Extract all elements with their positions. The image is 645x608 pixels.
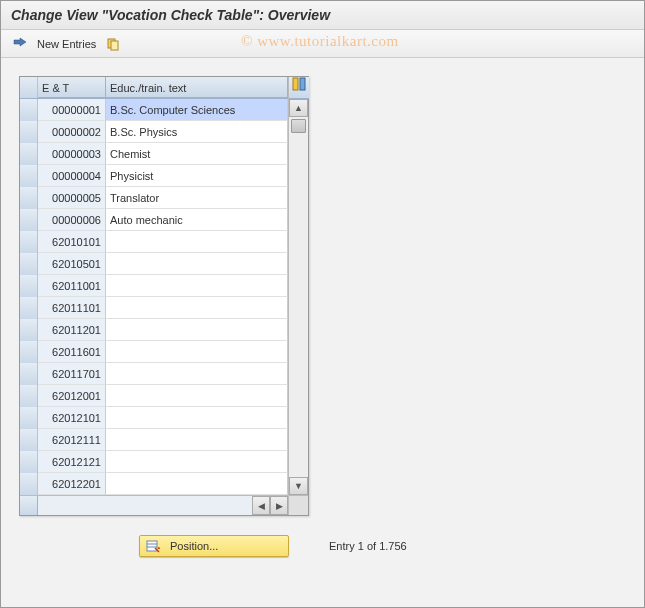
copy-icon[interactable] [104, 35, 122, 53]
row-selector[interactable] [20, 319, 38, 341]
cell-text[interactable]: Auto mechanic [106, 209, 288, 231]
new-entries-button[interactable]: New Entries [37, 38, 96, 50]
scroll-left-icon[interactable]: ◀ [252, 496, 270, 515]
cell-key[interactable]: 62012001 [38, 385, 106, 407]
cell-text[interactable] [106, 253, 288, 275]
row-selector[interactable] [20, 407, 38, 429]
table-row: 62010501 [20, 253, 288, 275]
main-content: E & TEduc./train. text00000001B.Sc. Comp… [1, 58, 644, 567]
row-selector[interactable] [20, 231, 38, 253]
table-row: 62012001 [20, 385, 288, 407]
toolbar: New Entries [1, 30, 644, 58]
cell-key[interactable]: 62011001 [38, 275, 106, 297]
cell-key[interactable]: 62011101 [38, 297, 106, 319]
cell-key[interactable]: 00000006 [38, 209, 106, 231]
cell-text[interactable] [106, 451, 288, 473]
table-row: 00000005Translator [20, 187, 288, 209]
cell-key[interactable]: 00000005 [38, 187, 106, 209]
entry-counter: Entry 1 of 1.756 [329, 540, 407, 552]
cell-key[interactable]: 62010101 [38, 231, 106, 253]
horizontal-scrollbar[interactable]: ◀ ▶ [20, 495, 308, 515]
cell-text[interactable] [106, 231, 288, 253]
row-selector[interactable] [20, 253, 38, 275]
configure-columns-icon[interactable] [289, 77, 309, 99]
cell-text[interactable] [106, 363, 288, 385]
table-row: 62011201 [20, 319, 288, 341]
footer: Position... Entry 1 of 1.756 [139, 535, 634, 557]
table-row: 00000002B.Sc. Physics [20, 121, 288, 143]
table-row: 62012201 [20, 473, 288, 495]
cell-text[interactable]: Translator [106, 187, 288, 209]
cell-text[interactable]: B.Sc. Computer Sciences [106, 99, 288, 121]
cell-text[interactable] [106, 473, 288, 495]
cell-text[interactable] [106, 385, 288, 407]
table-row: 62010101 [20, 231, 288, 253]
row-selector[interactable] [20, 187, 38, 209]
row-selector[interactable] [20, 143, 38, 165]
scroll-corner [288, 496, 308, 515]
cell-key[interactable]: 00000004 [38, 165, 106, 187]
page-title: Change View "Vocation Check Table": Over… [1, 1, 644, 30]
table-row: 00000004Physicist [20, 165, 288, 187]
cell-text[interactable] [106, 319, 288, 341]
table-row: 62011001 [20, 275, 288, 297]
svg-rect-3 [300, 78, 305, 90]
table-row: 00000006Auto mechanic [20, 209, 288, 231]
cell-key[interactable]: 62011701 [38, 363, 106, 385]
cell-text[interactable] [106, 341, 288, 363]
scroll-down-icon[interactable]: ▼ [289, 477, 308, 495]
table-header: E & TEduc./train. text [20, 77, 288, 99]
vertical-scrollbar[interactable]: ▲ ▼ [288, 77, 308, 495]
cell-text[interactable] [106, 407, 288, 429]
col-header-text[interactable]: Educ./train. text [106, 77, 288, 98]
cell-key[interactable]: 62012101 [38, 407, 106, 429]
select-all-handle[interactable] [20, 496, 38, 515]
svg-rect-2 [293, 78, 298, 90]
row-selector[interactable] [20, 385, 38, 407]
cell-text[interactable]: Chemist [106, 143, 288, 165]
cell-key[interactable]: 62011201 [38, 319, 106, 341]
row-selector[interactable] [20, 451, 38, 473]
cell-text[interactable] [106, 275, 288, 297]
cell-key[interactable]: 00000002 [38, 121, 106, 143]
row-selector[interactable] [20, 165, 38, 187]
scroll-track[interactable] [289, 117, 308, 477]
table-row: 62011601 [20, 341, 288, 363]
row-selector[interactable] [20, 275, 38, 297]
cell-key[interactable]: 62012201 [38, 473, 106, 495]
position-button[interactable]: Position... [139, 535, 289, 557]
cell-key[interactable]: 00000001 [38, 99, 106, 121]
table-row: 62012101 [20, 407, 288, 429]
cell-text[interactable] [106, 429, 288, 451]
row-selector[interactable] [20, 429, 38, 451]
col-header-key[interactable]: E & T [38, 77, 106, 98]
table-row: 62011701 [20, 363, 288, 385]
cell-text[interactable] [106, 297, 288, 319]
scroll-thumb[interactable] [291, 119, 306, 133]
row-selector[interactable] [20, 341, 38, 363]
cell-text[interactable]: Physicist [106, 165, 288, 187]
cell-key[interactable]: 62011601 [38, 341, 106, 363]
row-selector[interactable] [20, 297, 38, 319]
table-row: 62011101 [20, 297, 288, 319]
select-all[interactable] [20, 77, 38, 98]
scroll-right-icon[interactable]: ▶ [270, 496, 288, 515]
table-row: 62012111 [20, 429, 288, 451]
cell-key[interactable]: 62010501 [38, 253, 106, 275]
cell-key[interactable]: 62012111 [38, 429, 106, 451]
other-view-icon[interactable] [11, 35, 29, 53]
row-selector[interactable] [20, 121, 38, 143]
row-selector[interactable] [20, 99, 38, 121]
h-scroll-track [38, 496, 252, 515]
scroll-up-icon[interactable]: ▲ [289, 99, 308, 117]
cell-key[interactable]: 00000003 [38, 143, 106, 165]
row-selector[interactable] [20, 209, 38, 231]
row-selector[interactable] [20, 473, 38, 495]
table-row: 00000001B.Sc. Computer Sciences [20, 99, 288, 121]
data-table: E & TEduc./train. text00000001B.Sc. Comp… [19, 76, 309, 516]
row-selector[interactable] [20, 363, 38, 385]
svg-rect-1 [111, 41, 118, 50]
position-button-label: Position... [170, 540, 218, 552]
cell-text[interactable]: B.Sc. Physics [106, 121, 288, 143]
cell-key[interactable]: 62012121 [38, 451, 106, 473]
